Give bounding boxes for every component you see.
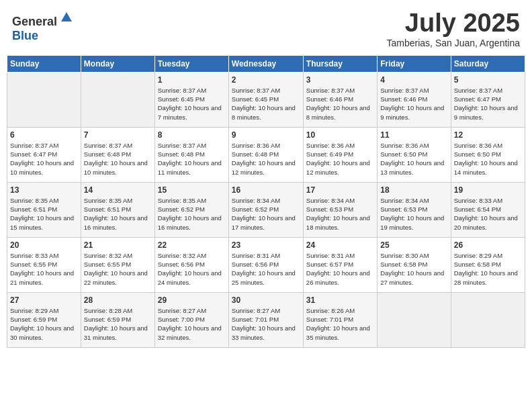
day-header-sunday: Sunday [7, 55, 81, 72]
day-info: Sunrise: 8:32 AMSunset: 6:55 PMDaylight:… [84, 251, 152, 287]
title-section: July 2025 Tamberias, San Juan, Argentina [387, 9, 520, 48]
logo-icon [58, 9, 75, 26]
calendar-cell: 12Sunrise: 8:36 AMSunset: 6:50 PMDayligh… [451, 127, 525, 182]
day-number: 18 [380, 185, 447, 195]
calendar-cell: 17Sunrise: 8:34 AMSunset: 6:53 PMDayligh… [303, 182, 377, 237]
day-number: 6 [10, 130, 78, 140]
day-number: 10 [306, 130, 374, 140]
day-number: 1 [158, 75, 226, 85]
calendar-cell: 29Sunrise: 8:27 AMSunset: 7:00 PMDayligh… [154, 292, 228, 347]
location-subtitle: Tamberias, San Juan, Argentina [387, 38, 520, 48]
day-number: 30 [232, 295, 300, 305]
calendar-cell: 23Sunrise: 8:31 AMSunset: 6:56 PMDayligh… [228, 237, 303, 292]
calendar-cell: 14Sunrise: 8:35 AMSunset: 6:51 PMDayligh… [81, 182, 154, 237]
calendar-cell: 8Sunrise: 8:37 AMSunset: 6:48 PMDaylight… [154, 127, 228, 182]
day-number: 24 [306, 240, 374, 250]
calendar-table: SundayMondayTuesdayWednesdayThursdayFrid… [7, 55, 525, 348]
day-info: Sunrise: 8:29 AMSunset: 6:59 PMDaylight:… [10, 306, 78, 342]
day-info: Sunrise: 8:37 AMSunset: 6:45 PMDaylight:… [158, 86, 226, 122]
calendar-week-4: 20Sunrise: 8:33 AMSunset: 6:55 PMDayligh… [7, 237, 525, 292]
calendar-cell [378, 292, 451, 347]
calendar-cell [81, 72, 154, 127]
calendar-cell: 24Sunrise: 8:31 AMSunset: 6:57 PMDayligh… [303, 237, 377, 292]
day-header-wednesday: Wednesday [228, 55, 303, 72]
day-info: Sunrise: 8:26 AMSunset: 7:01 PMDaylight:… [306, 306, 374, 342]
calendar-cell: 5Sunrise: 8:37 AMSunset: 6:47 PMDaylight… [451, 72, 525, 127]
calendar-cell: 25Sunrise: 8:30 AMSunset: 6:58 PMDayligh… [378, 237, 451, 292]
day-number: 28 [84, 295, 152, 305]
calendar-cell: 31Sunrise: 8:26 AMSunset: 7:01 PMDayligh… [303, 292, 377, 347]
day-info: Sunrise: 8:33 AMSunset: 6:55 PMDaylight:… [10, 251, 78, 287]
day-number: 3 [306, 75, 374, 85]
day-info: Sunrise: 8:30 AMSunset: 6:58 PMDaylight:… [380, 251, 447, 287]
day-number: 14 [84, 185, 152, 195]
calendar-cell: 10Sunrise: 8:36 AMSunset: 6:49 PMDayligh… [303, 127, 377, 182]
day-info: Sunrise: 8:37 AMSunset: 6:46 PMDaylight:… [380, 86, 447, 122]
calendar-cell: 28Sunrise: 8:28 AMSunset: 6:59 PMDayligh… [81, 292, 154, 347]
logo: General Blue [12, 9, 75, 43]
day-number: 5 [454, 75, 522, 85]
day-info: Sunrise: 8:36 AMSunset: 6:49 PMDaylight:… [306, 141, 374, 177]
calendar-cell: 4Sunrise: 8:37 AMSunset: 6:46 PMDaylight… [378, 72, 451, 127]
calendar-week-2: 6Sunrise: 8:37 AMSunset: 6:47 PMDaylight… [7, 127, 525, 182]
day-info: Sunrise: 8:36 AMSunset: 6:48 PMDaylight:… [232, 141, 300, 177]
day-number: 9 [232, 130, 300, 140]
day-number: 17 [306, 185, 374, 195]
day-info: Sunrise: 8:27 AMSunset: 7:01 PMDaylight:… [232, 306, 300, 342]
day-number: 11 [380, 130, 447, 140]
logo-general-text: General [12, 15, 57, 28]
day-info: Sunrise: 8:35 AMSunset: 6:51 PMDaylight:… [10, 196, 78, 232]
day-number: 19 [454, 185, 522, 195]
day-info: Sunrise: 8:27 AMSunset: 7:00 PMDaylight:… [158, 306, 226, 342]
day-info: Sunrise: 8:31 AMSunset: 6:57 PMDaylight:… [306, 251, 374, 287]
calendar-cell: 9Sunrise: 8:36 AMSunset: 6:48 PMDaylight… [228, 127, 303, 182]
calendar-cell: 16Sunrise: 8:34 AMSunset: 6:52 PMDayligh… [228, 182, 303, 237]
month-title: July 2025 [387, 9, 520, 38]
day-number: 16 [232, 185, 300, 195]
day-info: Sunrise: 8:34 AMSunset: 6:53 PMDaylight:… [306, 196, 374, 232]
header: General Blue July 2025 Tamberias, San Ju… [7, 7, 525, 51]
calendar-cell: 13Sunrise: 8:35 AMSunset: 6:51 PMDayligh… [7, 182, 81, 237]
day-number: 22 [158, 240, 226, 250]
logo-blue-text: Blue [12, 29, 38, 42]
day-number: 4 [380, 75, 447, 85]
day-info: Sunrise: 8:35 AMSunset: 6:52 PMDaylight:… [158, 196, 226, 232]
day-number: 26 [454, 240, 522, 250]
day-number: 12 [454, 130, 522, 140]
calendar-cell: 7Sunrise: 8:37 AMSunset: 6:48 PMDaylight… [81, 127, 154, 182]
day-info: Sunrise: 8:36 AMSunset: 6:50 PMDaylight:… [454, 141, 522, 177]
day-info: Sunrise: 8:37 AMSunset: 6:46 PMDaylight:… [306, 86, 374, 122]
calendar-cell: 1Sunrise: 8:37 AMSunset: 6:45 PMDaylight… [154, 72, 228, 127]
svg-marker-0 [61, 12, 72, 21]
day-number: 2 [232, 75, 300, 85]
calendar-cell: 2Sunrise: 8:37 AMSunset: 6:45 PMDaylight… [228, 72, 303, 127]
day-info: Sunrise: 8:37 AMSunset: 6:45 PMDaylight:… [232, 86, 300, 122]
day-number: 31 [306, 295, 374, 305]
calendar-cell [7, 72, 81, 127]
calendar-cell: 20Sunrise: 8:33 AMSunset: 6:55 PMDayligh… [7, 237, 81, 292]
day-info: Sunrise: 8:35 AMSunset: 6:51 PMDaylight:… [84, 196, 152, 232]
calendar-cell: 26Sunrise: 8:29 AMSunset: 6:58 PMDayligh… [451, 237, 525, 292]
day-number: 21 [84, 240, 152, 250]
day-info: Sunrise: 8:28 AMSunset: 6:59 PMDaylight:… [84, 306, 152, 342]
day-info: Sunrise: 8:33 AMSunset: 6:54 PMDaylight:… [454, 196, 522, 232]
day-header-tuesday: Tuesday [154, 55, 228, 72]
day-info: Sunrise: 8:34 AMSunset: 6:53 PMDaylight:… [380, 196, 447, 232]
calendar-cell: 21Sunrise: 8:32 AMSunset: 6:55 PMDayligh… [81, 237, 154, 292]
day-number: 29 [158, 295, 226, 305]
day-info: Sunrise: 8:32 AMSunset: 6:56 PMDaylight:… [158, 251, 226, 287]
day-header-saturday: Saturday [451, 55, 525, 72]
calendar-week-5: 27Sunrise: 8:29 AMSunset: 6:59 PMDayligh… [7, 292, 525, 347]
calendar-cell: 3Sunrise: 8:37 AMSunset: 6:46 PMDaylight… [303, 72, 377, 127]
calendar-header-row: SundayMondayTuesdayWednesdayThursdayFrid… [7, 55, 525, 72]
calendar-cell: 6Sunrise: 8:37 AMSunset: 6:47 PMDaylight… [7, 127, 81, 182]
calendar-cell [451, 292, 525, 347]
calendar-week-1: 1Sunrise: 8:37 AMSunset: 6:45 PMDaylight… [7, 72, 525, 127]
day-number: 27 [10, 295, 78, 305]
day-info: Sunrise: 8:37 AMSunset: 6:48 PMDaylight:… [84, 141, 152, 177]
day-number: 15 [158, 185, 226, 195]
calendar-cell: 18Sunrise: 8:34 AMSunset: 6:53 PMDayligh… [378, 182, 451, 237]
day-number: 25 [380, 240, 447, 250]
day-header-friday: Friday [378, 55, 451, 72]
day-number: 13 [10, 185, 78, 195]
